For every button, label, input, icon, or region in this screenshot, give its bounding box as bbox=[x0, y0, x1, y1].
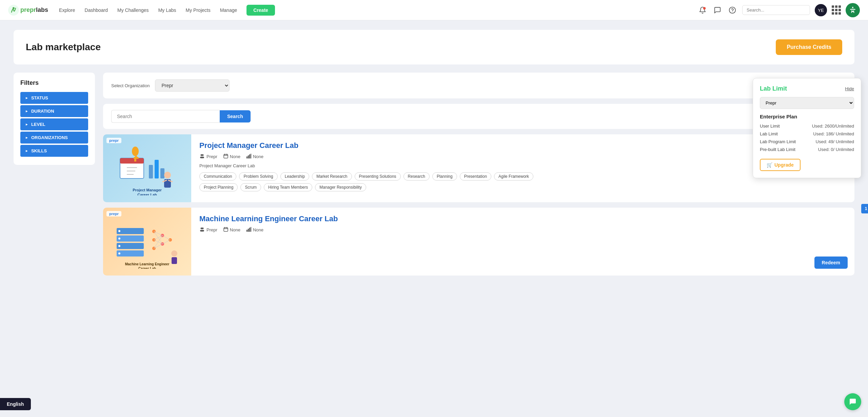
filter-skills-label: SKILLS bbox=[31, 148, 47, 153]
svg-point-45 bbox=[118, 245, 120, 247]
nav-labs[interactable]: My Labs bbox=[158, 7, 176, 13]
tag-presenting-solutions: Presenting Solutions bbox=[355, 172, 401, 181]
filter-duration-arrow: ► bbox=[25, 109, 28, 113]
lab-card-2-meta: Prepr None None bbox=[199, 227, 846, 233]
svg-rect-69 bbox=[224, 228, 228, 231]
svg-rect-73 bbox=[246, 230, 248, 232]
upgrade-button[interactable]: 🛒 Upgrade bbox=[760, 159, 801, 171]
svg-point-61 bbox=[171, 250, 177, 257]
filter-skills-arrow: ► bbox=[25, 149, 28, 153]
filters-box: Filters ► STATUS ► DURATION ► LEVEL ► OR… bbox=[14, 73, 95, 165]
page-number-badge: 1 bbox=[861, 204, 868, 213]
filter-duration-label: DURATION bbox=[31, 109, 54, 114]
accessibility-icon[interactable] bbox=[846, 3, 860, 17]
filter-organizations-label: ORGANIZATIONS bbox=[31, 135, 68, 140]
tag-planning: Planning bbox=[432, 172, 457, 181]
filter-status[interactable]: ► STATUS bbox=[20, 92, 88, 104]
svg-point-68 bbox=[201, 230, 204, 232]
lab-card-2-difficulty-label: None bbox=[253, 227, 263, 232]
org-icon bbox=[199, 153, 205, 160]
nav-right: YE bbox=[697, 3, 860, 17]
svg-point-28 bbox=[202, 154, 204, 156]
filter-status-label: STATUS bbox=[31, 95, 48, 100]
org-select[interactable]: Prepr bbox=[155, 79, 230, 92]
svg-point-19 bbox=[132, 147, 139, 156]
svg-rect-20 bbox=[134, 159, 136, 162]
lab-search-input[interactable] bbox=[111, 110, 220, 123]
svg-text:Machine Learning Engineer: Machine Learning Engineer bbox=[125, 262, 170, 266]
tag-presentation: Presentation bbox=[460, 172, 491, 181]
limit-plan-title: Enterprise Plan bbox=[760, 114, 854, 119]
svg-rect-18 bbox=[160, 168, 164, 178]
svg-point-30 bbox=[201, 157, 204, 158]
lab-limit-header: Lab Limit Hide bbox=[760, 85, 854, 92]
svg-rect-41 bbox=[117, 243, 144, 249]
lab-card-1-title: Project Manager Career Lab bbox=[199, 141, 846, 150]
help-icon[interactable] bbox=[727, 5, 737, 15]
language-badge[interactable]: English bbox=[0, 398, 31, 410]
lab-card-2: prepr bbox=[103, 208, 854, 276]
logo-icon bbox=[8, 5, 19, 16]
filter-status-arrow: ► bbox=[25, 96, 28, 100]
limit-prebuilt-value: Used: 0/ Unlimited bbox=[818, 147, 854, 152]
limit-row-prebuilt: Pre-built Lab Limit Used: 0/ Unlimited bbox=[760, 147, 854, 152]
svg-rect-17 bbox=[155, 160, 159, 178]
svg-rect-42 bbox=[117, 250, 144, 257]
logo-text: preprlabs bbox=[20, 6, 48, 14]
limit-org-select[interactable]: Prepr bbox=[760, 97, 854, 109]
nav-dashboard[interactable]: Dashboard bbox=[85, 7, 108, 13]
search-input[interactable] bbox=[742, 5, 810, 15]
redeem-button[interactable]: Redeem bbox=[814, 257, 848, 269]
svg-rect-62 bbox=[172, 257, 177, 264]
notifications-icon[interactable] bbox=[697, 5, 708, 15]
messages-icon[interactable] bbox=[712, 5, 723, 15]
tag-research: Research bbox=[403, 172, 430, 181]
avatar[interactable]: YE bbox=[815, 4, 827, 16]
calendar-icon bbox=[223, 154, 228, 159]
svg-rect-40 bbox=[117, 235, 144, 242]
svg-rect-74 bbox=[248, 229, 249, 232]
upgrade-icon: 🛒 bbox=[767, 162, 772, 168]
main-layout: Filters ► STATUS ► DURATION ► LEVEL ► OR… bbox=[14, 73, 854, 281]
filter-organizations[interactable]: ► ORGANIZATIONS bbox=[20, 132, 88, 144]
limit-row-user: User Limit Used: 2600/Unlimited bbox=[760, 124, 854, 129]
svg-text:Project Manager: Project Manager bbox=[133, 188, 162, 192]
hide-link[interactable]: Hide bbox=[845, 86, 854, 91]
lab-card-2-org-label: Prepr bbox=[206, 227, 217, 232]
chat-button[interactable] bbox=[844, 393, 861, 410]
filter-duration[interactable]: ► DURATION bbox=[20, 105, 88, 117]
limit-user-value: Used: 2600/Unlimited bbox=[812, 124, 854, 129]
tag-manager-responsibility: Manager Responsibility bbox=[315, 183, 366, 191]
limit-lab-program-label: Lab Program Limit bbox=[760, 139, 796, 144]
svg-rect-36 bbox=[248, 155, 249, 158]
lab-card-2-title: Machine Learning Engineer Career Lab bbox=[199, 214, 846, 223]
nav-manage[interactable]: Manage bbox=[220, 7, 237, 13]
nav-explore[interactable]: Explore bbox=[59, 7, 75, 13]
lab-card-2-org: Prepr bbox=[199, 227, 217, 233]
lab-card-1-tags-2: Project Planning Scrum Hiring Team Membe… bbox=[199, 183, 846, 191]
nav-projects[interactable]: My Projects bbox=[186, 7, 211, 13]
svg-rect-38 bbox=[251, 154, 251, 158]
limit-prebuilt-label: Pre-built Lab Limit bbox=[760, 147, 795, 152]
lab-limit-popup: Lab Limit Hide Prepr Enterprise Plan Use… bbox=[753, 78, 861, 178]
search-button[interactable]: Search bbox=[220, 110, 251, 122]
svg-rect-37 bbox=[249, 154, 250, 158]
content-area: Select Organization Prepr Search Sort by… bbox=[103, 73, 854, 281]
org-icon-2 bbox=[199, 227, 205, 233]
svg-point-66 bbox=[202, 228, 204, 229]
apps-grid-icon[interactable] bbox=[832, 5, 841, 15]
svg-point-7 bbox=[852, 7, 853, 8]
purchase-credits-button[interactable]: Purchase Credits bbox=[776, 39, 842, 55]
lab-card-1-description: Project Manager Career Lab bbox=[199, 163, 846, 168]
svg-point-21 bbox=[164, 172, 171, 178]
create-button[interactable]: Create bbox=[246, 5, 275, 16]
svg-line-60 bbox=[162, 240, 170, 244]
ml-illustration: Machine Learning Engineer Career Lab bbox=[110, 214, 184, 269]
tag-leadership: Leadership bbox=[280, 172, 309, 181]
logo[interactable]: preprlabs bbox=[8, 5, 48, 16]
nav-challenges[interactable]: My Challenges bbox=[117, 7, 149, 13]
filter-skills[interactable]: ► SKILLS bbox=[20, 145, 88, 157]
org-select-box: Select Organization Prepr bbox=[103, 73, 854, 98]
svg-text:Career Lab: Career Lab bbox=[138, 267, 156, 269]
filter-level[interactable]: ► LEVEL bbox=[20, 118, 88, 130]
